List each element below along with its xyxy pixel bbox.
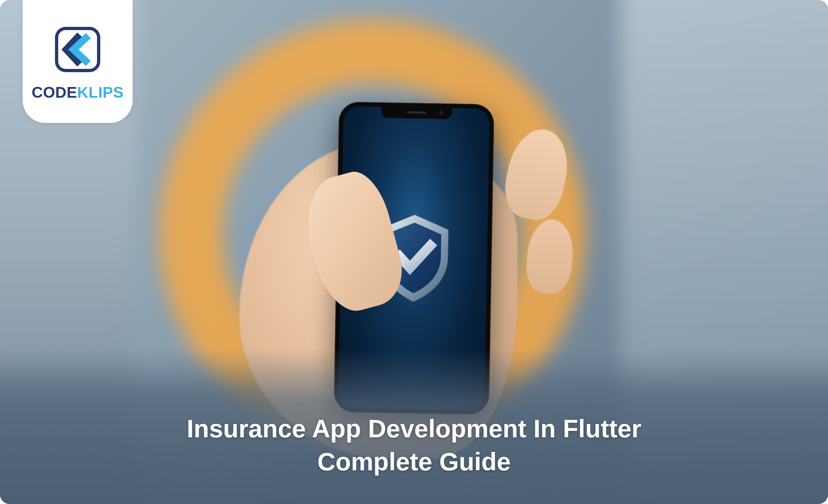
logo-wordmark: CODEKLIPS <box>32 83 124 101</box>
logo-text-klips: KLIPS <box>77 84 124 101</box>
title-line-1: Insurance App Development In Flutter <box>187 414 641 443</box>
phone-notch <box>381 107 453 119</box>
title-line-2: Complete Guide <box>317 448 511 476</box>
logo-text-code: CODE <box>32 84 77 101</box>
banner-title: Insurance App Development In Flutter Com… <box>187 413 641 478</box>
phone-camera-icon <box>439 111 443 115</box>
hero-banner: CODEKLIPS <box>0 0 828 504</box>
phone-speaker <box>407 111 426 114</box>
title-overlay: Insurance App Development In Flutter Com… <box>0 349 828 504</box>
logo-badge: CODEKLIPS <box>23 0 133 123</box>
codeklips-logo-icon <box>50 22 105 77</box>
